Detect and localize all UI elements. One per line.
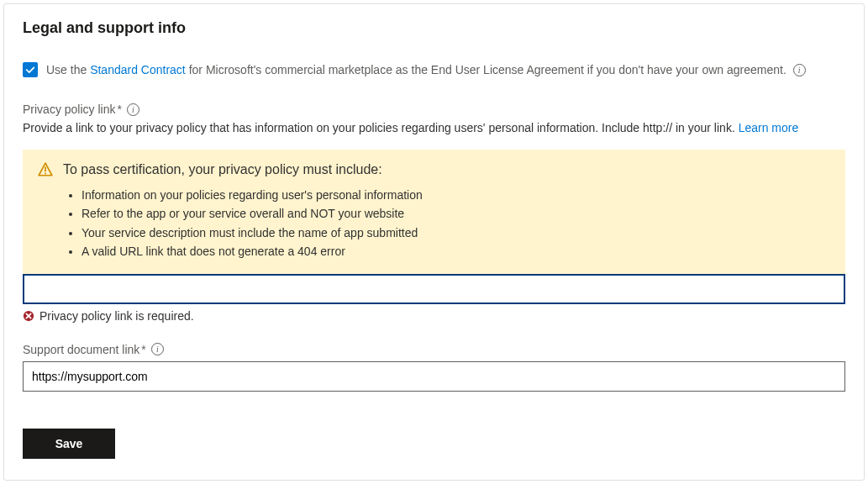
svg-point-1 xyxy=(45,172,46,174)
warning-list: Information on your policies regarding u… xyxy=(82,186,830,261)
privacy-policy-description: Provide a link to your privacy policy th… xyxy=(23,121,845,134)
info-icon[interactable]: i xyxy=(151,343,164,355)
standard-contract-label: Use the Standard Contract for Microsoft'… xyxy=(46,63,806,77)
support-field-group: Support document link * i xyxy=(23,343,845,392)
check-icon xyxy=(24,64,36,76)
privacy-error-row: Privacy policy link is required. xyxy=(23,309,845,323)
section-heading: Legal and support info xyxy=(23,19,845,37)
save-button[interactable]: Save xyxy=(23,429,115,459)
certification-warning-box: To pass certification, your privacy poli… xyxy=(23,150,845,274)
warning-icon xyxy=(38,162,53,177)
warning-title: To pass certification, your privacy poli… xyxy=(63,162,382,177)
privacy-policy-input[interactable] xyxy=(23,274,845,304)
standard-contract-link[interactable]: Standard Contract xyxy=(90,63,186,76)
info-icon[interactable]: i xyxy=(127,103,139,116)
privacy-policy-label: Privacy policy link * i xyxy=(23,103,845,116)
info-icon[interactable]: i xyxy=(793,64,806,76)
warning-item: Refer to the app or your service overall… xyxy=(82,204,830,223)
support-document-input[interactable] xyxy=(23,361,845,392)
privacy-error-text: Privacy policy link is required. xyxy=(39,309,194,323)
standard-contract-row: Use the Standard Contract for Microsoft'… xyxy=(23,62,845,77)
standard-contract-checkbox[interactable] xyxy=(23,62,38,77)
error-icon xyxy=(23,310,34,322)
warning-item: Information on your policies regarding u… xyxy=(82,186,830,204)
warning-item: A valid URL link that does not generate … xyxy=(82,242,830,260)
support-document-label: Support document link * i xyxy=(23,343,845,356)
privacy-field-group: Privacy policy link * i Provide a link t… xyxy=(23,103,845,323)
learn-more-link[interactable]: Learn more xyxy=(739,121,799,134)
warning-item: Your service description must include th… xyxy=(82,224,830,242)
